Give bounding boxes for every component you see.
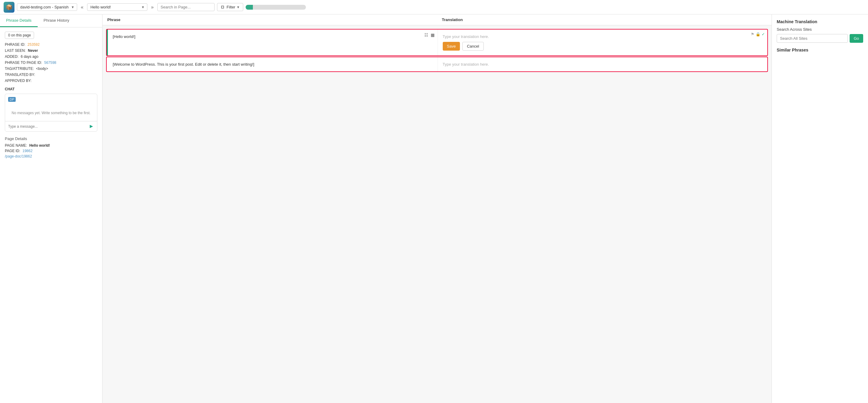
translation-cell-2: Type your translation here. <box>438 57 768 71</box>
machine-translation-title: Machine Translation <box>777 19 863 24</box>
save-button[interactable]: Save <box>443 42 460 51</box>
copy-icon-button[interactable]: ▦ <box>430 32 435 38</box>
translation-placeholder-1[interactable]: Type your translation here. <box>443 34 763 39</box>
nav-prev-arrow[interactable]: « <box>80 3 85 11</box>
phrase-to-page-label: PHRASE TO PAGE ID: <box>5 61 42 65</box>
right-panel: Machine Translation Search Across Sites … <box>772 14 868 403</box>
left-content: 0 on this page PHRASE ID: 253592 LAST SE… <box>0 27 102 164</box>
chat-avatar: DP <box>5 94 97 105</box>
phrase-cell-2: [Welcome to WordPress. This is your firs… <box>108 57 438 71</box>
approved-by-row: APPROVED BY: <box>5 78 97 83</box>
flag-icon: ⚑ <box>751 32 754 36</box>
search-in-page-input[interactable] <box>157 3 215 11</box>
search-all-sites-input[interactable] <box>777 34 848 43</box>
tab-phrase-history[interactable]: Phrase History <box>38 14 75 27</box>
added-row: ADDED: 6 days ago <box>5 55 97 59</box>
last-seen-label: LAST SEEN: <box>5 48 26 53</box>
translation-placeholder-2[interactable]: Type your translation here. <box>443 62 763 67</box>
main-layout: Phrase Details Phrase History 0 on this … <box>0 14 868 403</box>
translation-column-header: Translation <box>437 18 772 22</box>
phrase-id-row: PHRASE ID: 253592 <box>5 42 97 47</box>
page-url-link[interactable]: /page-doc/19862 <box>5 154 32 159</box>
translation-actions: Save Cancel <box>443 42 763 51</box>
action-icons: ⚑ 🔒 ✓ <box>751 32 765 36</box>
chat-empty-message: No messages yet. Write something to be t… <box>5 105 97 121</box>
page-selector-chevron-icon: ▾ <box>142 5 144 9</box>
phrase-to-page-row: PHRASE TO PAGE ID: 567598 <box>5 61 97 65</box>
filter-icon: ⛋ <box>221 5 225 9</box>
search-across-sites-label: Search Across Sites <box>777 27 863 32</box>
page-url-row: /page-doc/19862 <box>5 154 97 159</box>
site-selector[interactable]: david-testing.com - Spanish ▾ <box>17 3 77 11</box>
nav-next-arrow[interactable]: » <box>150 3 155 11</box>
top-nav: 📦 david-testing.com - Spanish ▾ « Hello … <box>0 0 868 14</box>
last-seen-value: Never <box>28 48 38 53</box>
phrase-text-2: [Welcome to WordPress. This is your firs… <box>113 62 433 67</box>
tabs-row: Phrase Details Phrase History <box>0 14 102 27</box>
tag-value: <body> <box>36 67 48 71</box>
phrase-id-link[interactable]: 253592 <box>27 42 39 47</box>
page-name-label: PAGE NAME: <box>5 143 27 147</box>
phrases-container: ☷ ▦ [Hello world!] ⚑ 🔒 ✓ Type your trans… <box>102 25 772 76</box>
added-label: ADDED: <box>5 55 19 59</box>
phrase-id-label: PHRASE ID: <box>5 42 25 47</box>
go-button[interactable]: Go <box>849 34 863 43</box>
tag-row: TAG/ATTRIBUTE: <body> <box>5 67 97 71</box>
progress-bar <box>246 5 306 10</box>
page-id-row: PAGE ID: 19862 <box>5 149 97 153</box>
phrase-column-header: Phrase <box>102 18 437 22</box>
lock-icon: 🔒 <box>755 32 761 36</box>
translation-cell-1: ⚑ 🔒 ✓ Type your translation here. Save C… <box>438 30 768 56</box>
tab-phrase-details[interactable]: Phrase Details <box>0 14 38 27</box>
page-id-link[interactable]: 19862 <box>22 149 32 153</box>
phrase-text-1: [Hello world!] <box>113 34 433 39</box>
approved-by-label: APPROVED BY: <box>5 78 32 83</box>
table-row: [Welcome to WordPress. This is your firs… <box>106 57 768 72</box>
site-selector-chevron-icon: ▾ <box>72 5 74 9</box>
center-panel: Phrase Translation ☷ ▦ [Hello world!] ⚑ … <box>102 14 772 403</box>
list-icon-button[interactable]: ☷ <box>424 32 429 38</box>
page-selector[interactable]: Hello world! ▾ <box>87 3 147 11</box>
filter-label: Filter <box>227 5 236 9</box>
similar-phrases-title: Similar Phrases <box>777 47 863 53</box>
page-name-row: PAGE NAME: Hello world! <box>5 143 97 147</box>
site-selector-value: david-testing.com - Spanish <box>20 5 68 9</box>
left-panel: Phrase Details Phrase History 0 on this … <box>0 14 102 403</box>
added-value: 6 days ago <box>21 55 38 59</box>
check-icon: ✓ <box>762 32 765 36</box>
phrase-icons: ☷ ▦ <box>424 32 435 38</box>
chat-input-row: ► <box>5 121 97 131</box>
page-details-title: Page Details <box>5 136 97 141</box>
app-logo: 📦 <box>4 2 14 13</box>
chat-send-button[interactable]: ► <box>86 122 97 131</box>
tag-label: TAG/ATTRIBUTE: <box>5 67 34 71</box>
page-details-section: Page Details PAGE NAME: Hello world! PAG… <box>5 136 97 159</box>
page-name-value: Hello world! <box>29 143 50 147</box>
filter-button[interactable]: ⛋ Filter ▾ <box>217 3 243 11</box>
cancel-button[interactable]: Cancel <box>462 42 484 51</box>
page-selector-value: Hello world! <box>90 5 111 9</box>
on-page-badge: 0 on this page <box>5 32 34 39</box>
translated-by-row: TRANSLATED BY: <box>5 73 97 77</box>
page-id-label: PAGE ID: <box>5 149 20 153</box>
table-row: ☷ ▦ [Hello world!] ⚑ 🔒 ✓ Type your trans… <box>106 29 768 56</box>
phrase-to-page-link[interactable]: 567598 <box>44 61 56 65</box>
chat-section-title: CHAT <box>5 87 97 91</box>
last-seen-row: LAST SEEN: Never <box>5 48 97 53</box>
search-all-row: Go <box>777 34 863 43</box>
column-headers: Phrase Translation <box>102 14 772 25</box>
chat-input[interactable] <box>5 122 86 131</box>
phrase-cell-1: ☷ ▦ [Hello world!] <box>108 30 438 56</box>
translated-by-label: TRANSLATED BY: <box>5 73 35 77</box>
chat-box: DP No messages yet. Write something to b… <box>5 94 97 132</box>
filter-chevron-icon: ▾ <box>237 5 239 9</box>
progress-bar-fill <box>246 5 253 10</box>
